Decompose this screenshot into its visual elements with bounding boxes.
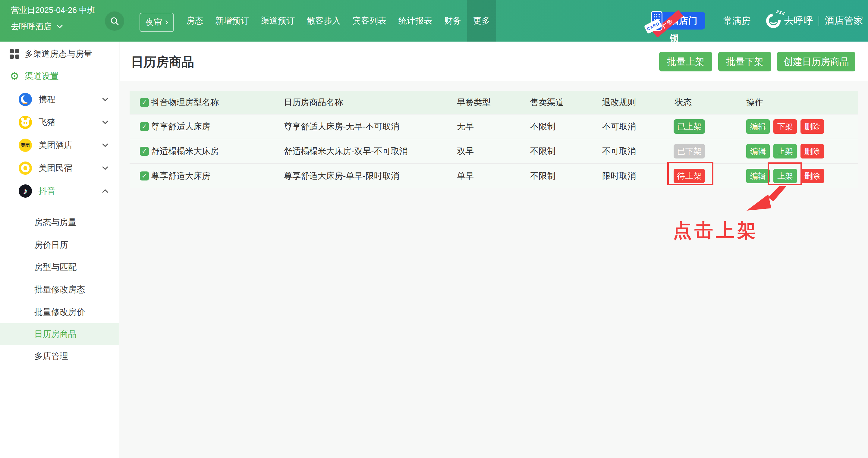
delete-button[interactable]: 删除 <box>801 169 824 183</box>
gear-icon: ⚙ <box>10 71 19 81</box>
hotel-switcher[interactable]: 去呼呼酒店 <box>11 21 63 32</box>
sidebar-item-label: 多渠道房态与房量 <box>25 48 92 60</box>
grid-icon <box>10 49 19 59</box>
policy-cell: 不可取消 <box>602 121 636 132</box>
sidebar-channel-douyin[interactable]: ♪ 抖音 <box>0 183 119 199</box>
sidebar-item-channel-settings[interactable]: ⚙ 渠道设置 <box>0 68 119 85</box>
fliggy-icon <box>19 116 32 129</box>
channel-label: 抖音 <box>38 185 56 197</box>
delete-button[interactable]: 删除 <box>801 144 824 159</box>
table-row: ✓ 舒适榻榻米大床房 舒适榻榻米大床房-双早-不可取消 双早 不限制 不可取消 … <box>130 139 858 163</box>
sidebar-channel-meituan-hotel[interactable]: 美团 美团酒店 <box>0 137 119 154</box>
delete-button[interactable]: 删除 <box>801 119 824 134</box>
sidebar-sub-batch-status[interactable]: 批量修改房态 <box>0 281 119 298</box>
sidebar-sub-calendar-room-product[interactable]: 日历房商品 <box>0 323 119 345</box>
night-audit-button[interactable]: 夜审 › <box>140 13 174 32</box>
product-name: 酒店管家 <box>825 14 863 27</box>
col-channel: 售卖渠道 <box>530 97 564 108</box>
night-audit-label: 夜审 <box>145 17 162 28</box>
top-bar: 营业日2025-04-26 中班 去呼呼酒店 夜审 › 房态 新增预订 渠道预订… <box>0 0 868 41</box>
nav-finance[interactable]: 财务 <box>438 0 467 41</box>
col-status: 状态 <box>675 97 692 108</box>
col-actions: 操作 <box>746 97 763 108</box>
sidebar-sub-price-calendar[interactable]: 房价日历 <box>0 236 119 253</box>
nav-more[interactable]: 更多 <box>467 0 496 41</box>
product-name-cell: 尊享舒适大床房-无早-不可取消 <box>284 121 399 132</box>
create-calendar-room-button[interactable]: 创建日历房商品 <box>777 52 855 71</box>
sidebar-channel-ctrip[interactable]: 携程 <box>0 91 119 108</box>
nav-reports[interactable]: 统计报表 <box>393 0 438 41</box>
room-type-cell: 尊享舒适大床房 <box>151 170 210 182</box>
off-shelf-button[interactable]: 下架 <box>773 119 797 134</box>
room-type-cell: 尊享舒适大床房 <box>151 121 210 132</box>
row-checkbox[interactable]: ✓ <box>140 171 149 181</box>
page-title: 日历房商品 <box>131 54 194 70</box>
channel-label: 美团民宿 <box>38 162 72 174</box>
door-lock-ad-badge[interactable]: 酒店门锁 广告 CARD <box>649 10 710 31</box>
top-nav: 房态 新增预订 渠道预订 散客步入 宾客列表 统计报表 财务 更多 <box>180 0 496 41</box>
product-name-cell: 尊享舒适大床房-单早-限时取消 <box>284 170 399 182</box>
channel-label: 飞猪 <box>38 117 56 128</box>
breakfast-cell: 无早 <box>457 121 474 132</box>
nav-new-booking[interactable]: 新增预订 <box>209 0 255 41</box>
brand-name: 去呼呼 <box>784 14 813 27</box>
sidebar-sub-batch-price[interactable]: 批量修改房价 <box>0 304 119 321</box>
channel-cell: 不限制 <box>530 121 555 132</box>
search-icon <box>110 17 119 26</box>
ctrip-icon <box>19 93 32 106</box>
hotel-name: 去呼呼酒店 <box>11 21 52 32</box>
col-room-type: 抖音物理房型名称 <box>151 97 219 108</box>
policy-cell: 限时取消 <box>602 170 636 182</box>
sidebar-sub-room-type-match[interactable]: 房型与匹配 <box>0 259 119 276</box>
chevron-down-icon <box>102 120 108 125</box>
channel-label: 携程 <box>38 94 56 105</box>
select-all-checkbox[interactable]: ✓ <box>140 98 149 107</box>
table-row: ✓ 尊享舒适大床房 尊享舒适大床房-无早-不可取消 无早 不限制 不可取消 已上… <box>130 114 858 139</box>
search-button[interactable] <box>105 11 124 31</box>
col-policy: 退改规则 <box>602 97 636 108</box>
nav-channel-booking[interactable]: 渠道预订 <box>255 0 301 41</box>
topbar-right: 酒店门锁 广告 CARD 常满房 zzz 去呼呼 酒店管家 <box>649 0 863 41</box>
nav-room-status[interactable]: 房态 <box>180 0 209 41</box>
chevron-right-icon: › <box>165 17 168 26</box>
douyin-icon: ♪ <box>19 185 32 198</box>
quhuhu-logo-icon: zzz <box>766 13 782 29</box>
sidebar-channel-meituan-minsu[interactable]: 美团民宿 <box>0 160 119 176</box>
batch-on-shelf-button[interactable]: 批量上架 <box>659 52 712 71</box>
divider <box>818 16 819 26</box>
full-room-link[interactable]: 常满房 <box>723 15 750 27</box>
sidebar: 多渠道房态与房量 ⚙ 渠道设置 携程 飞猪 美团 美团酒店 美团民宿 ♪ 抖音 … <box>0 41 119 458</box>
chevron-up-icon <box>102 189 108 193</box>
meituan-minsu-icon <box>19 162 32 175</box>
row-checkbox[interactable]: ✓ <box>140 147 149 156</box>
breakfast-cell: 双早 <box>457 145 474 157</box>
row-checkbox[interactable]: ✓ <box>140 122 149 131</box>
channel-cell: 不限制 <box>530 170 555 182</box>
edit-button[interactable]: 编辑 <box>746 119 770 134</box>
sidebar-item-label: 渠道设置 <box>25 70 59 82</box>
room-type-cell: 舒适榻榻米大床房 <box>151 145 219 157</box>
nav-guest-list[interactable]: 宾客列表 <box>347 0 393 41</box>
channel-cell: 不限制 <box>530 145 555 157</box>
status-badge: 已上架 <box>674 119 705 134</box>
channel-label: 美团酒店 <box>38 139 72 151</box>
edit-button[interactable]: 编辑 <box>746 144 770 159</box>
on-shelf-button[interactable]: 上架 <box>773 144 797 159</box>
sidebar-sub-room-status[interactable]: 房态与房量 <box>0 214 119 231</box>
annotation-arrow <box>741 181 792 214</box>
page-header: 日历房商品 批量上架 批量下架 创建日历房商品 <box>120 41 868 81</box>
chevron-down-icon <box>56 24 63 29</box>
sidebar-sub-multi-store[interactable]: 多店管理 <box>0 348 119 365</box>
nav-walk-in[interactable]: 散客步入 <box>301 0 347 41</box>
sidebar-item-multichannel[interactable]: 多渠道房态与房量 <box>0 45 119 62</box>
annotation-box-status <box>667 162 713 185</box>
chevron-down-icon <box>102 143 108 148</box>
breakfast-cell: 单早 <box>457 170 474 182</box>
product-name-cell: 舒适榻榻米大床房-双早-不可取消 <box>284 145 408 157</box>
product-table: ✓ 抖音物理房型名称 日历房商品名称 早餐类型 售卖渠道 退改规则 状态 操作 … <box>130 91 858 188</box>
sidebar-channel-fliggy[interactable]: 飞猪 <box>0 114 119 131</box>
batch-off-shelf-button[interactable]: 批量下架 <box>718 52 771 71</box>
business-date: 营业日2025-04-26 中班 <box>11 5 96 16</box>
col-product-name: 日历房商品名称 <box>284 97 343 108</box>
status-badge: 已下架 <box>674 144 705 159</box>
